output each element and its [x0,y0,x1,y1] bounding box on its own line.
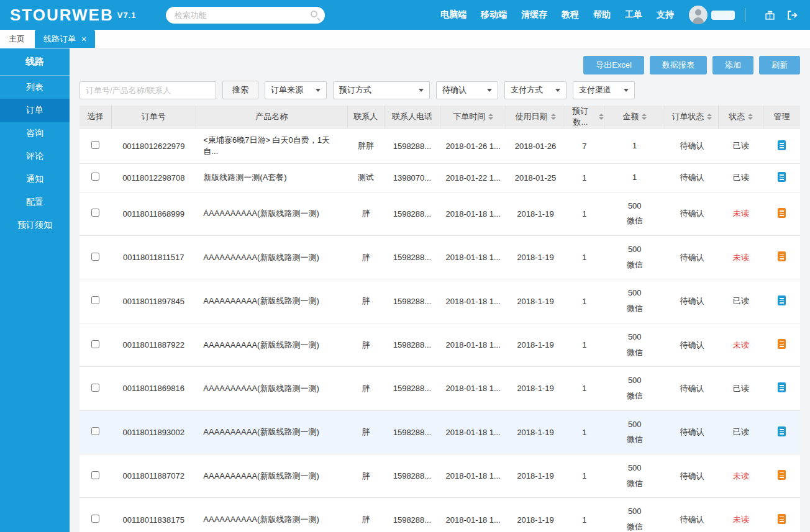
user-cluster [689,6,735,24]
toolbar-button[interactable]: 数据报表 [650,56,707,74]
sidebar-item[interactable]: 配置 [0,191,70,214]
contact-name: 胖 [347,498,384,532]
detail-document-icon[interactable] [778,140,786,150]
filter-dropdown[interactable]: 支付渠道 [573,81,635,99]
filter-dropdown[interactable]: 待确认 [436,81,498,99]
amount-cell: 500 微信 [604,410,665,454]
column-header[interactable]: 预订数... [565,106,604,128]
row-checkbox[interactable] [91,427,99,435]
filter-dropdown[interactable]: 订单来源 [265,81,327,99]
table-row[interactable]: 00118012622979 <柬埔寨6晚7日游> 白天0自费，1天自... 胖… [80,128,800,164]
detail-document-icon[interactable] [778,382,786,392]
app-version: V7.1 [117,11,137,20]
order-time: 2018-01-22 1... [440,164,506,192]
contact-name: 胖 [347,279,384,323]
row-checkbox[interactable] [91,141,99,149]
row-checkbox[interactable] [91,209,99,217]
sort-icon [599,114,604,120]
toolbar-button[interactable]: 刷新 [759,56,800,74]
filter-dropdown[interactable]: 预订方式 [333,81,430,99]
column-header[interactable]: 金额 [604,106,665,128]
product-name: AAAAAAAAAA(新版线路测一测) [196,454,347,497]
table-row[interactable]: 00118011838175 AAAAAAAAAA(新版线路测一测) 胖 159… [80,498,800,532]
nav-link[interactable]: 支持 [657,9,674,20]
tab-close-icon[interactable]: × [81,35,86,43]
read-status: 未读 [719,498,763,532]
row-checkbox[interactable] [91,515,99,523]
table-row[interactable]: 00118011897845 AAAAAAAAAA(新版线路测一测) 胖 159… [80,279,800,323]
tab[interactable]: 主页 × [0,30,34,48]
column-header[interactable]: 订单状态 [665,106,719,128]
order-time: 2018-01-18 1... [440,279,506,323]
order-status: 待确认 [665,323,719,366]
table-row[interactable]: 00118011887922 AAAAAAAAAA(新版线路测一测) 胖 159… [80,323,800,366]
order-time: 2018-01-18 1... [440,367,506,410]
avatar[interactable] [689,6,708,24]
logout-icon[interactable] [784,7,800,23]
contact-name: 胖 [347,192,384,235]
order-status: 待确认 [665,128,719,164]
order-number: 00118011811517 [111,236,196,279]
product-name: 新版线路测一测(A套餐) [196,164,347,192]
column-header[interactable]: 状态 [719,106,763,128]
nav-link[interactable]: 移动端 [481,9,507,20]
nav-link[interactable]: 教程 [562,9,579,20]
order-number: 00118011868999 [111,192,196,235]
booking-count: 1 [565,498,604,532]
table-row[interactable]: 00118011869816 AAAAAAAAAA(新版线路测一测) 胖 159… [80,367,800,410]
sidebar-item[interactable]: 咨询 [0,122,70,145]
table-row[interactable]: 00118011811517 AAAAAAAAAA(新版线路测一测) 胖 159… [80,236,800,279]
filter-dropdown[interactable]: 支付方式 [504,81,567,99]
order-status: 待确认 [665,279,719,323]
row-checkbox[interactable] [91,384,99,392]
tab[interactable]: 线路订单 × [35,30,95,48]
row-checkbox[interactable] [91,296,99,304]
nav-link[interactable]: 清缓存 [521,9,547,20]
toolbar-button[interactable]: 导出Excel [583,56,644,74]
order-number: 00118011897845 [111,279,196,323]
detail-document-icon[interactable] [778,172,786,182]
sort-icon [551,114,556,120]
table-row[interactable]: 00118011887072 AAAAAAAAAA(新版线路测一测) 胖 159… [80,454,800,497]
detail-document-icon[interactable] [778,514,786,524]
booking-count: 1 [565,367,604,410]
gift-icon[interactable] [762,7,778,23]
sort-icon [488,114,493,120]
nav-link[interactable]: 工单 [625,9,642,20]
detail-document-icon[interactable] [778,208,786,218]
column-header[interactable]: 下单时间 [440,106,506,128]
order-time: 2018-01-18 1... [440,192,506,235]
use-date: 2018-1-19 [506,498,565,532]
detail-document-icon[interactable] [778,339,786,349]
sidebar-item[interactable]: 列表 [0,76,70,99]
sidebar-item[interactable]: 预订须知 [0,214,70,237]
row-checkbox[interactable] [91,340,99,348]
row-checkbox[interactable] [91,253,99,261]
detail-document-icon[interactable] [778,470,786,480]
detail-document-icon[interactable] [778,251,786,261]
booking-count: 1 [565,279,604,323]
toolbar-button[interactable]: 添加 [712,56,753,74]
tab-label: 线路订单 [43,34,76,45]
table-row[interactable]: 00118011868999 AAAAAAAAAA(新版线路测一测) 胖 159… [80,192,800,235]
table-row[interactable]: 00118012298708 新版线路测一测(A套餐) 测试 1398070..… [80,164,800,192]
read-status: 已读 [719,410,763,454]
nav-link[interactable]: 帮助 [593,9,611,20]
detail-document-icon[interactable] [778,295,786,305]
sidebar-item[interactable]: 订单 [0,99,70,122]
nav-link[interactable]: 电脑端 [440,9,466,20]
search-icon[interactable] [311,11,317,17]
header-search-input[interactable] [166,7,325,24]
detail-document-icon[interactable] [778,426,786,436]
row-checkbox[interactable] [91,471,99,479]
app-header: STOURWEB V7.1 电脑端移动端清缓存教程帮助工单支持 [0,0,810,30]
sidebar-item[interactable]: 通知 [0,168,70,191]
column-header[interactable]: 使用日期 [506,106,565,128]
search-button[interactable]: 搜索 [222,81,258,99]
sidebar-item[interactable]: 评论 [0,145,70,168]
app-logo: STOURWEB [10,6,114,25]
row-checkbox[interactable] [91,173,99,181]
order-search-input[interactable] [80,81,216,99]
booking-count: 1 [565,236,604,279]
table-row[interactable]: 00118011893002 AAAAAAAAAA(新版线路测一测) 胖 159… [80,410,800,454]
